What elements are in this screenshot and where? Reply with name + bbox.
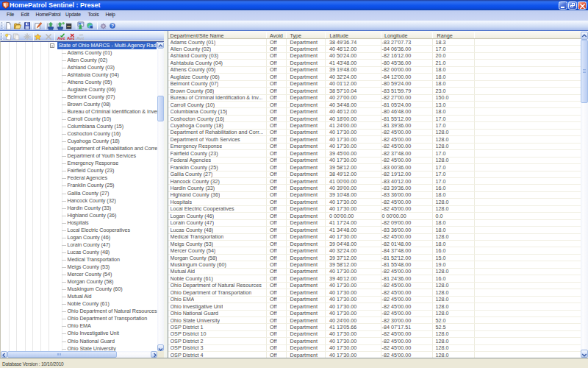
svg-text:?: ? [111,24,114,28]
svg-text:on: on [79,33,84,37]
